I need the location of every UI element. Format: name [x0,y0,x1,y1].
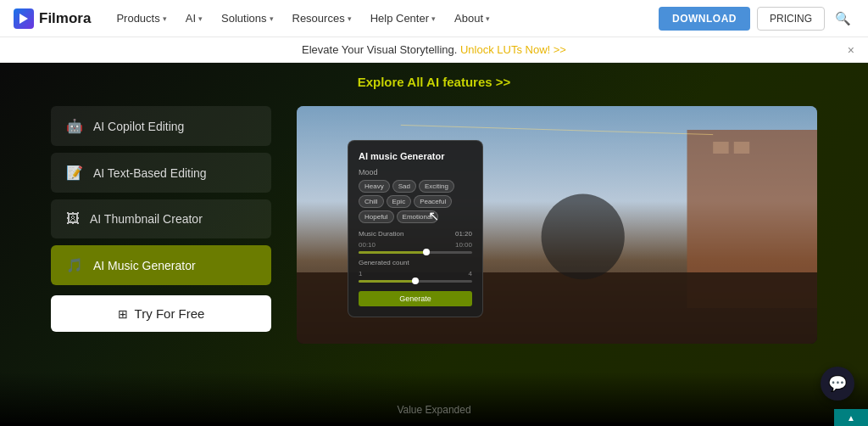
feature-label-copilot: AI Copilot Editing [93,120,184,133]
mood-tag-chill[interactable]: Chill [359,195,384,208]
windows-icon: ⊞ [118,307,128,321]
teal-block[interactable]: ▲ [834,409,868,426]
mood-tag-hopeful[interactable]: Hopeful [359,210,394,223]
svg-point-6 [542,194,625,280]
duration-label: Music Duration [359,230,403,238]
feature-item-music[interactable]: 🎵 AI Music Generator [51,245,271,285]
teal-arrow-icon: ▲ [847,413,855,423]
nav-item-ai[interactable]: AI ▾ [177,7,211,30]
bottom-section: Value Expanded [0,372,868,423]
count-min: 1 [359,270,362,277]
video-preview: AI music Generator Mood Heavy Sad Exciti… [297,106,817,344]
svg-rect-2 [713,142,728,154]
svg-rect-3 [734,142,749,154]
chevron-down-icon: ▾ [270,14,274,23]
mood-tags: Heavy Sad Exciting Chill Epic Peaceful H… [359,180,472,223]
mood-tag-emotional[interactable]: Emotional [397,210,439,223]
feature-item-text[interactable]: 📝 AI Text-Based Editing [51,153,271,193]
nav-actions: DOWNLOAD PRICING 🔍 [659,7,854,31]
main-content: Explore All AI features >> 🤖 AI Copilot … [0,63,868,423]
music-icon: 🎵 [66,257,83,273]
duration-min: 00:10 [359,241,376,249]
feature-item-thumbnail[interactable]: 🖼 AI Thumbnail Creator [51,199,271,238]
text-icon: 📝 [66,165,83,181]
navbar: Filmora Products ▾ AI ▾ Solutions ▾ Reso… [0,0,868,37]
copilot-icon: 🤖 [66,118,83,134]
pricing-button[interactable]: PRICING [757,7,825,31]
nav-menu: Products ▾ AI ▾ Solutions ▾ Resources ▾ … [108,7,659,30]
nav-item-about[interactable]: About ▾ [446,7,498,30]
thumbnail-icon: 🖼 [66,211,80,227]
mood-tag-sad[interactable]: Sad [392,180,416,193]
chevron-down-icon: ▾ [198,14,203,23]
feature-list: 🤖 AI Copilot Editing 📝 AI Text-Based Edi… [51,106,271,285]
filmora-logo-icon [14,8,34,29]
chevron-down-icon: ▾ [431,14,436,23]
duration-slider[interactable] [359,251,472,254]
nav-logo-text: Filmora [39,10,91,27]
nav-logo[interactable]: Filmora [14,8,91,29]
promo-text: Elevate Your Visual Storytelling. [302,43,460,56]
count-label: Generated count [359,259,409,266]
nav-item-resources[interactable]: Resources ▾ [284,7,360,30]
feature-label-text: AI Text-Based Editing [93,166,207,180]
chat-icon: 💬 [828,374,847,393]
ai-popup-title: AI music Generator [359,151,472,161]
search-icon[interactable]: 🔍 [832,8,854,30]
generate-button[interactable]: Generate [359,291,472,306]
mood-tag-peaceful[interactable]: Peaceful [414,195,452,208]
explore-header[interactable]: Explore All AI features >> [358,63,511,98]
nav-item-products[interactable]: Products ▾ [108,7,175,30]
nav-item-help[interactable]: Help Center ▾ [362,7,444,30]
promo-banner: Elevate Your Visual Storytelling. Unlock… [0,37,868,63]
chevron-down-icon: ▾ [348,14,352,23]
duration-max: 10:00 [455,241,472,249]
mood-label: Mood [359,168,472,177]
promo-close-button[interactable]: × [848,43,854,57]
promo-link[interactable]: Unlock LUTs Now! >> [460,43,566,56]
download-button[interactable]: DOWNLOAD [659,7,750,31]
chevron-down-icon: ▾ [486,14,490,23]
duration-val: 01:20 [455,230,472,238]
dancer-scene: AI music Generator Mood Heavy Sad Exciti… [297,106,817,344]
mood-tag-exciting[interactable]: Exciting [419,180,454,193]
feature-label-music: AI Music Generator [93,259,196,272]
feature-item-copilot[interactable]: 🤖 AI Copilot Editing [51,106,271,146]
value-expanded-text: Value Expanded [397,404,470,416]
mood-tag-epic[interactable]: Epic [387,195,412,208]
chat-bubble-button[interactable]: 💬 [821,367,854,401]
count-slider[interactable] [359,280,472,283]
nav-item-solutions[interactable]: Solutions ▾ [213,7,281,30]
count-max: 4 [469,270,472,277]
try-for-free-button[interactable]: ⊞ Try For Free [51,295,271,332]
feature-label-thumbnail: AI Thumbnail Creator [90,212,203,226]
try-btn-label: Try For Free [135,306,205,321]
chevron-down-icon: ▾ [163,14,167,23]
mood-tag-heavy[interactable]: Heavy [359,180,390,193]
ai-music-popup: AI music Generator Mood Heavy Sad Exciti… [348,140,483,317]
